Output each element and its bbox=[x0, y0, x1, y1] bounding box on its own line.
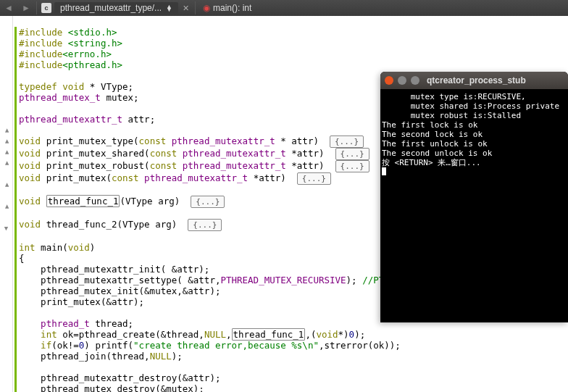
terminal-titlebar[interactable]: qtcreator_process_stub bbox=[380, 72, 568, 89]
fold-marker-open-icon[interactable]: ▼ bbox=[0, 222, 12, 233]
function-icon: ◉ bbox=[203, 3, 210, 13]
dropdown-arrows-icon: ▲▼ bbox=[166, 5, 172, 11]
terminal-window[interactable]: qtcreator_process_stub mutex type is:REC… bbox=[380, 72, 568, 322]
fold-marker-icon[interactable]: ▶ bbox=[0, 201, 12, 212]
terminal-output[interactable]: mutex type is:RECURSIVE, mutex shared is… bbox=[380, 89, 568, 180]
window-minimize-icon[interactable] bbox=[398, 76, 406, 85]
terminal-title: qtcreator_process_stub bbox=[427, 75, 526, 86]
fold-marker-icon[interactable]: ▶ bbox=[0, 179, 12, 190]
fold-marker-icon[interactable]: ▶ bbox=[0, 157, 12, 168]
file-dropdown-label: pthread_mutexattr_type/... bbox=[60, 3, 162, 13]
fold-badge[interactable]: {...} bbox=[335, 148, 369, 160]
terminal-cursor bbox=[382, 167, 386, 175]
separator bbox=[195, 1, 196, 14]
fold-badge[interactable]: {...} bbox=[297, 172, 331, 185]
forward-icon[interactable]: ► bbox=[20, 2, 32, 14]
back-icon[interactable]: ◄ bbox=[3, 2, 14, 14]
breadcrumb-label: main(): int bbox=[213, 3, 251, 13]
fold-badge[interactable]: {...} bbox=[188, 219, 222, 231]
window-close-icon[interactable] bbox=[385, 76, 393, 85]
file-dropdown[interactable]: pthread_mutexattr_type/... ▲▼ bbox=[54, 2, 178, 14]
top-toolbar: ◄ ► c pthread_mutexattr_type/... ▲▼ ✕ ◉ … bbox=[0, 0, 568, 16]
fold-badge[interactable]: {...} bbox=[335, 160, 369, 172]
fold-marker-icon[interactable]: ▶ bbox=[0, 135, 12, 146]
gutter: ▶ ▶ ▶ ▶ ▶ ▶ ▼ bbox=[0, 16, 13, 392]
window-maximize-icon[interactable] bbox=[411, 76, 419, 85]
fold-marker-icon[interactable]: ▶ bbox=[0, 146, 12, 157]
fold-marker-icon[interactable]: ▶ bbox=[0, 125, 12, 135]
fold-badge[interactable]: {...} bbox=[191, 196, 225, 208]
file-type-icon: c bbox=[41, 3, 51, 13]
highlighted-symbol: thread_func_1 bbox=[232, 328, 306, 341]
separator bbox=[36, 1, 37, 14]
breadcrumb[interactable]: ◉ main(): int bbox=[203, 3, 251, 13]
highlighted-symbol: thread_func_1 bbox=[46, 195, 120, 207]
close-tab-icon[interactable]: ✕ bbox=[183, 4, 189, 13]
fold-badge[interactable]: {...} bbox=[330, 135, 364, 148]
